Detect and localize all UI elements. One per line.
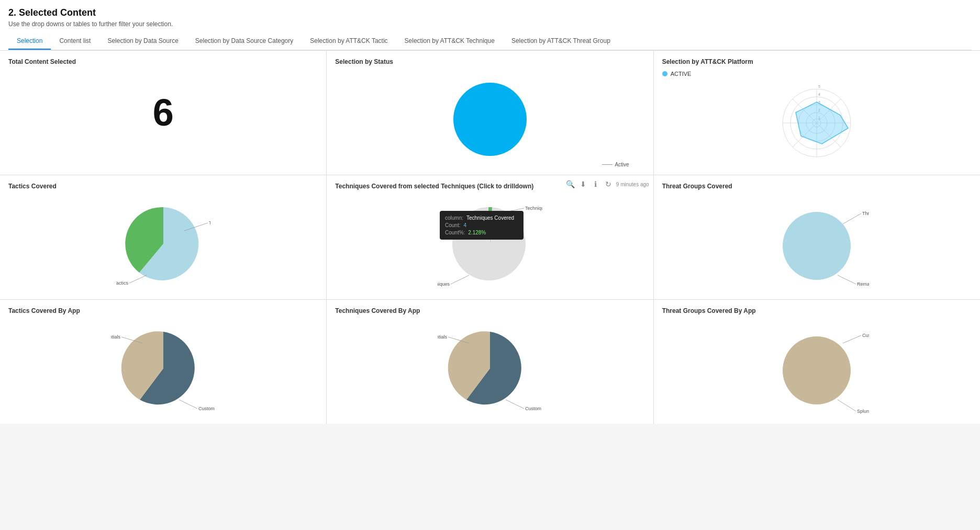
svg-text:Remaining Techniques: Remaining Techniques — [438, 281, 450, 287]
svg-text:5: 5 — [818, 85, 820, 88]
svg-text:Splunk Security Essentials: Splunk Security Essentials — [857, 409, 869, 414]
download-icon[interactable]: ⬇ — [578, 179, 588, 189]
dashboard-grid: Total Content Selected 6 Selection by St… — [0, 51, 980, 424]
tactics-pie-chart: Tactics Covered Remaining Tactics — [116, 199, 210, 288]
status-active-label: Active — [615, 162, 629, 167]
tab-by-data-source[interactable]: Selection by Data Source — [99, 33, 186, 50]
tab-by-attck-technique[interactable]: Selection by ATT&CK Technique — [396, 33, 503, 50]
card-techniques-by-app: Techniques Covered By App Splunk Securit… — [327, 300, 653, 424]
info-icon[interactable]: ℹ — [591, 179, 600, 189]
card-techniques-covered[interactable]: Techniques Covered from selected Techniq… — [327, 175, 653, 299]
svg-line-23 — [451, 275, 469, 284]
card-tactics-covered: Tactics Covered Tactics Covered Remainin… — [0, 175, 326, 299]
svg-text:Tactics Covered: Tactics Covered — [209, 220, 210, 225]
card-tactics-by-app-title: Tactics Covered By App — [8, 307, 318, 314]
tab-selection[interactable]: Selection — [8, 33, 51, 50]
status-pie-chart — [448, 77, 532, 161]
svg-point-25 — [783, 212, 851, 280]
svg-marker-15 — [796, 102, 848, 144]
svg-line-39 — [843, 335, 861, 343]
card-threat-groups-covered: Threat Groups Covered Threat Groups Cove… — [654, 175, 980, 299]
svg-text:Splunk Security Essentials: Splunk Security Essentials — [111, 334, 120, 340]
platform-legend-dot — [662, 71, 667, 76]
tooltip-count-pct: 2.128% — [468, 230, 486, 235]
total-content-value: 6 — [8, 71, 318, 154]
card-threat-groups-title: Threat Groups Covered — [662, 183, 972, 190]
svg-point-0 — [453, 83, 527, 156]
svg-text:Splunk Security Essentials: Splunk Security Essentials — [438, 334, 447, 340]
platform-legend: ACTIVE — [662, 71, 972, 77]
tab-by-data-source-category[interactable]: Selection by Data Source Category — [187, 33, 302, 50]
tab-by-attck-tactic[interactable]: Selection by ATT&CK Tactic — [302, 33, 396, 50]
tactics-by-app-pie-chart: Splunk Security Essentials Custom Conten… — [111, 322, 216, 414]
card-total-content-title: Total Content Selected — [8, 58, 318, 65]
card-status-title: Selection by Status — [335, 58, 644, 65]
card-platform-title: Selection by ATT&CK Platform — [662, 58, 972, 65]
page-title: 2. Selected Content — [8, 7, 972, 18]
platform-legend-label: ACTIVE — [671, 71, 692, 77]
techniques-by-app-pie-chart: Splunk Security Essentials Custom Conten… — [438, 322, 542, 414]
card-tactics-title: Tactics Covered — [8, 183, 318, 190]
card-selection-by-status: Selection by Status Active — [327, 51, 653, 175]
card-threat-groups-by-app: Threat Groups Covered By App Custom Cont… — [654, 300, 980, 424]
svg-line-41 — [838, 400, 856, 411]
svg-text:Custom Content: Custom Content — [525, 406, 542, 411]
svg-text:Custom Content: Custom Content — [198, 406, 216, 411]
card-tactics-by-app: Tactics Covered By App Splunk Security E… — [0, 300, 326, 424]
svg-line-18 — [129, 275, 147, 283]
card-total-content: Total Content Selected 6 — [0, 51, 326, 175]
svg-text:Remaining Threat Groups: Remaining Threat Groups — [857, 281, 869, 287]
refresh-icon[interactable]: ↻ — [604, 179, 613, 189]
tab-content-list[interactable]: Content list — [51, 33, 99, 50]
threat-groups-pie-chart: Threat Groups Covered Remaining Threat G… — [764, 198, 869, 289]
card-threat-groups-by-app-title: Threat Groups Covered By App — [662, 307, 972, 314]
card-attck-platform: Selection by ATT&CK Platform ACTIVE 5 4 … — [654, 51, 980, 175]
svg-point-38 — [783, 336, 851, 404]
svg-text:4: 4 — [818, 93, 820, 96]
threat-groups-by-app-pie-chart: Custom Content Splunk Security Essential… — [764, 322, 869, 414]
svg-text:Custom Content: Custom Content — [862, 333, 869, 338]
chart-toolbar: 🔍 ⬇ ℹ ↻ 9 minutes ago — [566, 179, 649, 189]
techniques-tooltip: column: Techniques Covered Count: 4 Coun… — [440, 211, 524, 240]
page-subtitle: Use the drop downs or tables to further … — [8, 20, 972, 28]
svg-text:Threat Groups Covered: Threat Groups Covered — [862, 211, 869, 216]
tooltip-column: Techniques Covered — [466, 215, 514, 221]
platform-radar-chart: 5 4 3 2 1 — [764, 81, 869, 160]
card-techniques-by-app-title: Techniques Covered By App — [335, 307, 644, 314]
svg-text:Remaining Tactics: Remaining Tactics — [116, 280, 128, 286]
page-header: 2. Selected Content Use the drop downs o… — [0, 0, 980, 51]
svg-line-28 — [838, 275, 856, 284]
svg-text:Techniques Covered: Techniques Covered — [525, 206, 542, 211]
tab-bar: Selection Content list Selection by Data… — [8, 33, 972, 50]
zoom-icon[interactable]: 🔍 — [566, 179, 575, 189]
svg-line-36 — [506, 400, 524, 409]
tab-by-attck-threat-group[interactable]: Selection by ATT&CK Threat Group — [503, 33, 619, 50]
toolbar-time: 9 minutes ago — [616, 182, 649, 187]
tooltip-count: 4 — [463, 222, 466, 228]
svg-line-32 — [179, 400, 197, 409]
svg-line-26 — [843, 213, 861, 224]
